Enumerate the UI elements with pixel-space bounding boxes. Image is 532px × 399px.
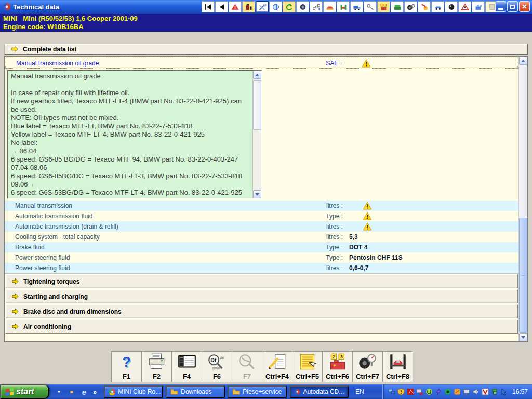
nav-back-icon[interactable]	[215, 1, 228, 12]
row-value: Pentosin CHF 11S	[343, 254, 518, 261]
printer-icon	[147, 353, 167, 371]
tyre-pressure-icon	[357, 353, 378, 371]
table-row[interactable]: Automatic transmission (drain & refill) …	[5, 221, 518, 232]
task-label: Piese+service	[243, 388, 282, 395]
power-lightning-icon[interactable]	[435, 388, 443, 396]
task-mini-club[interactable]: MINI Club Ro...	[104, 385, 163, 398]
f1-help-button[interactable]: ? F1	[111, 351, 142, 382]
messenger-icon[interactable]	[454, 388, 461, 396]
f6-dictionary-button[interactable]: Dtdefghijklm F6	[202, 351, 232, 382]
towing-icon[interactable]	[350, 1, 363, 12]
fuel-pump-icon[interactable]	[242, 1, 255, 12]
scroll-down-icon[interactable]	[253, 190, 261, 198]
scroll-up-icon[interactable]	[253, 71, 261, 79]
start-button[interactable]: start	[0, 384, 49, 399]
task-piese-service[interactable]: Piese+service	[228, 385, 287, 398]
row-label: Power steering fluid	[5, 254, 312, 261]
volume-icon[interactable]	[472, 388, 480, 396]
timing-chain-icon[interactable]	[310, 1, 323, 12]
table-row[interactable]: Automatic transmission fluid Type :	[5, 211, 518, 221]
task-autodata[interactable]: Autodata CD...	[289, 385, 349, 398]
internet-explorer-icon[interactable]: e	[79, 387, 89, 396]
outlook-icon[interactable]	[67, 387, 76, 396]
global-service-icon[interactable]	[269, 1, 282, 12]
media-ring-icon[interactable]	[444, 388, 452, 396]
table-row[interactable]: Power steering fluid litres : 0,6-0,7	[5, 263, 518, 273]
engine-management-icon[interactable]	[377, 1, 390, 12]
ctrl-f5-select-list-button[interactable]: Ctrl+F5	[292, 351, 323, 382]
f2-print-button[interactable]: F2	[141, 351, 172, 382]
ctrl-f6-firing-order-button[interactable]: 23 Ctrl+F6	[322, 351, 353, 382]
table-row[interactable]: Cooling system - total capacity litres :…	[5, 232, 518, 242]
remote-display-icon[interactable]	[463, 388, 471, 396]
language-indicator[interactable]: EN	[353, 388, 366, 395]
f4-data-screen-button[interactable]: F4	[171, 351, 202, 382]
table-row[interactable]: Power steering fluid Type : Pentosin CHF…	[5, 252, 518, 263]
section-brake-disc-drum[interactable]: Brake disc and drum dimensions	[5, 304, 518, 318]
warning-icon	[362, 59, 371, 68]
airbag-icon[interactable]	[418, 1, 431, 12]
memo-scrollbar[interactable]	[252, 71, 261, 198]
show-desktop-icon[interactable]	[55, 387, 64, 396]
quicklaunch-overflow-chevron[interactable]: »	[93, 388, 97, 396]
security-shield-icon[interactable]	[397, 388, 405, 396]
scroll-down-icon[interactable]	[519, 333, 527, 341]
section-label: Air conditioning	[23, 323, 71, 330]
section-starting-and-charging[interactable]: Starting and charging	[5, 289, 518, 303]
memo-scroll-thumb[interactable]	[253, 80, 261, 130]
svg-text:def: def	[220, 356, 224, 360]
scroll-thumb[interactable]	[519, 218, 527, 332]
display-disconnected-icon[interactable]	[416, 388, 424, 396]
ctrl-f8-lift-button[interactable]: Ctrl+F8	[382, 351, 413, 382]
hazard-sign-icon[interactable]	[458, 1, 471, 12]
close-button[interactable]	[519, 1, 530, 12]
section-tightening-torques[interactable]: Tightening torques	[5, 274, 518, 288]
vehicle-lift-icon	[388, 353, 408, 371]
task-downloads[interactable]: Downloads	[166, 385, 225, 398]
row-value	[342, 59, 517, 68]
minimize-button[interactable]	[495, 1, 506, 12]
yellow-arrow-icon	[12, 293, 19, 300]
table-row[interactable]: Brake fluid Type : DOT 4	[5, 242, 518, 252]
task-label: Autodata CD...	[303, 388, 344, 395]
abs-brakes-icon[interactable]	[431, 1, 444, 12]
tyre-gauge-icon[interactable]	[404, 1, 417, 12]
diagnostic-printer-icon[interactable]	[391, 1, 404, 12]
vehicle-lift-icon[interactable]	[337, 1, 350, 12]
engine-parts-icon[interactable]	[472, 1, 485, 12]
data-panel: Manual transmission oil grade SAE : Manu…	[4, 56, 528, 342]
section-air-conditioning[interactable]: Air conditioning	[5, 320, 518, 334]
yellow-arrow-icon	[12, 323, 19, 330]
scroll-up-icon[interactable]	[519, 57, 527, 65]
key-programming-icon[interactable]	[364, 1, 377, 12]
f7-time-search-button[interactable]: F7	[232, 351, 262, 382]
vehicle-header: MINI Mini (R50/52/53) 1,6 Cooper 2001-09…	[0, 14, 532, 32]
section-complete-data-list[interactable]: Complete data list	[4, 44, 528, 55]
adobe-reader-icon[interactable]	[407, 388, 415, 396]
nav-first-icon[interactable]	[202, 1, 215, 12]
network-computers-icon[interactable]	[388, 388, 396, 396]
autodata-icon	[294, 388, 300, 395]
row-unit: SAE :	[311, 60, 342, 67]
function-key-bar: ? F1 F2 F4 Dtdefghijklm F6 F7 Ctrl+F4 Ct…	[112, 351, 413, 382]
service-reset-icon[interactable]	[283, 1, 296, 12]
wheel-icon[interactable]	[296, 1, 309, 12]
row-label: Power steering fluid	[5, 264, 312, 272]
wheel-alignment-icon[interactable]	[323, 1, 336, 12]
restore-button[interactable]	[507, 1, 518, 12]
scroll-track[interactable]	[519, 65, 527, 333]
utorrent-icon[interactable]	[425, 388, 433, 396]
ctrl-f4-edit-button[interactable]: Ctrl+F4	[262, 351, 292, 382]
table-row[interactable]: Manual transmission litres :	[5, 201, 518, 211]
memo-scroll-track[interactable]	[253, 79, 261, 190]
technical-data-tools-icon[interactable]	[256, 1, 269, 12]
srs-ball-icon[interactable]	[445, 1, 458, 12]
pointer-device-icon[interactable]	[500, 388, 508, 396]
antivirus-v-icon[interactable]	[482, 388, 489, 396]
vertical-scrollbar[interactable]	[518, 57, 527, 341]
warning-list-icon[interactable]	[229, 1, 242, 12]
row-unit: litres :	[312, 233, 343, 241]
ctrl-f7-tyre-button[interactable]: Ctrl+F7	[352, 351, 383, 382]
selected-row[interactable]: Manual transmission oil grade SAE :	[5, 58, 518, 69]
usb-device-icon[interactable]	[491, 388, 499, 396]
